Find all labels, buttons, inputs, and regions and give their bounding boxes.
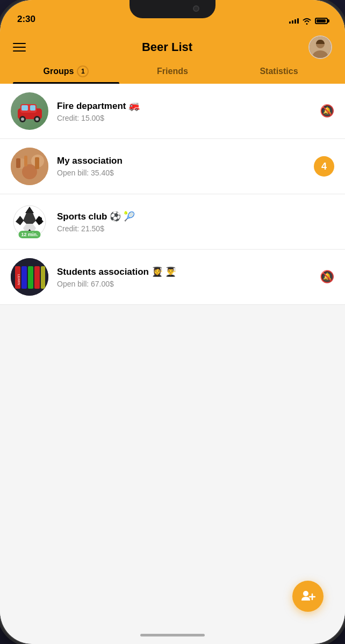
svg-rect-15 (16, 158, 20, 168)
group-name: Sports club ⚽ 🎾 (57, 211, 328, 222)
tab-friends[interactable]: Friends (119, 65, 226, 84)
svg-point-14 (22, 164, 37, 179)
group-avatar-students: LEARN (11, 258, 48, 296)
svg-text:LEARN: LEARN (17, 274, 20, 285)
status-time: 2:30 (17, 14, 35, 25)
list-item[interactable]: Fire department 🚒 Credit: 15.00$ 🔕 (0, 84, 345, 139)
menu-button[interactable] (13, 43, 26, 52)
group-sub: Open bill: 67.00$ (57, 280, 313, 288)
svg-point-6 (21, 118, 24, 121)
svg-rect-26 (21, 266, 27, 289)
tab-bar: Groups 1 Friends Statistics (0, 59, 345, 84)
tab-friends-label: Friends (157, 67, 188, 76)
svg-point-31 (303, 591, 308, 596)
camera (193, 5, 199, 12)
tab-statistics-label: Statistics (260, 67, 298, 76)
group-sub: Credit: 15.00$ (57, 114, 313, 122)
page-title: Beer List (142, 40, 192, 54)
group-info-sports: Sports club ⚽ 🎾 Credit: 21.50$ (57, 211, 328, 233)
bell-muted-icon: 🔕 (320, 270, 334, 284)
group-info-students: Students association 👩‍🎓 👨‍🎓 Open bill: … (57, 266, 313, 288)
add-group-fab[interactable] (292, 581, 324, 612)
svg-point-8 (35, 118, 39, 121)
phone-screen: 2:30 (0, 0, 345, 644)
list-item[interactable]: 12 min. Sports club ⚽ 🎾 Credit: 21.50$ (0, 194, 345, 250)
wifi-icon (302, 17, 312, 25)
tab-statistics[interactable]: Statistics (226, 65, 332, 84)
notch (130, 0, 215, 18)
list-item[interactable]: My association Open bill: 35.40$ 4 (0, 139, 345, 194)
group-sub: Open bill: 35.40$ (57, 169, 307, 177)
svg-rect-9 (21, 105, 28, 111)
svg-rect-10 (30, 105, 35, 111)
phone-frame: 2:30 (0, 0, 345, 644)
group-info-association: My association Open bill: 35.40$ (57, 156, 307, 177)
group-info-fire-dept: Fire department 🚒 Credit: 15.00$ (57, 100, 313, 122)
bell-muted-icon: 🔕 (320, 104, 334, 118)
group-name: Students association 👩‍🎓 👨‍🎓 (57, 266, 313, 277)
user-avatar[interactable] (308, 35, 332, 59)
signal-icon (289, 18, 299, 24)
svg-rect-27 (28, 266, 33, 289)
group-name: Fire department 🚒 (57, 100, 313, 112)
group-avatar-association (11, 148, 48, 185)
svg-rect-28 (34, 266, 40, 289)
group-action-students: 🔕 (320, 270, 334, 284)
svg-rect-29 (41, 266, 45, 289)
group-sub: Credit: 21.50$ (57, 224, 328, 233)
notification-badge: 4 (314, 156, 334, 177)
group-action-fire-dept: 🔕 (320, 104, 334, 118)
header: Beer List (0, 29, 345, 59)
svg-rect-17 (35, 157, 39, 169)
tab-groups-badge: 1 (77, 65, 89, 77)
tab-groups[interactable]: Groups 1 (13, 65, 119, 84)
tab-groups-label: Groups (44, 67, 74, 76)
add-user-icon (300, 589, 315, 604)
status-icons (289, 17, 328, 25)
battery-icon (315, 18, 328, 24)
group-name: My association (57, 156, 307, 166)
svg-rect-16 (24, 156, 27, 166)
home-indicator (140, 634, 205, 636)
list-item[interactable]: LEARN Students association 👩‍🎓 👨‍🎓 Open … (0, 250, 345, 305)
group-avatar-fire-dept (11, 92, 48, 130)
groups-list: Fire department 🚒 Credit: 15.00$ 🔕 (0, 84, 345, 616)
group-avatar-sports: 12 min. (11, 203, 48, 240)
time-badge: 12 min. (18, 231, 40, 238)
group-action-association: 4 (314, 156, 334, 177)
